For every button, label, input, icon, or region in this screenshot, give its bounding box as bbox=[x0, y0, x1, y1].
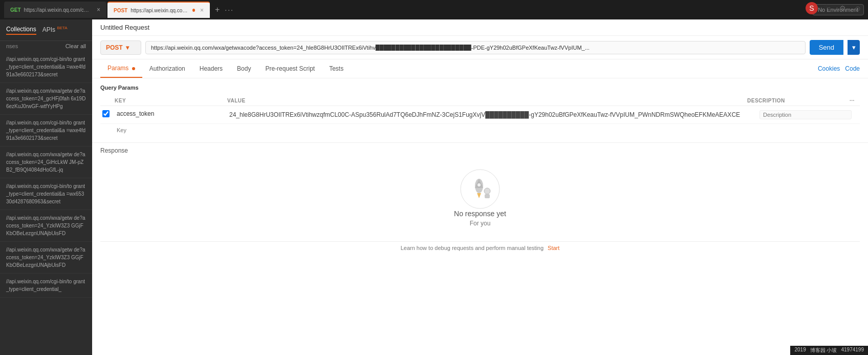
sidebar: Collections APIs BETA nses Clear all //a… bbox=[0, 19, 92, 355]
list-item[interactable]: //api.weixin.qq.com/wxa/getw de?access_t… bbox=[0, 210, 92, 242]
sidebar-item-url: //api.weixin.qq.com/wxa/getw de?access_t… bbox=[6, 88, 85, 109]
url-bar: POST ▾ Send ▾ bbox=[92, 36, 868, 59]
tab-post[interactable]: POST https://api.weixin.qq.com/wxa... × bbox=[107, 2, 210, 18]
query-params-title: Query Params bbox=[100, 85, 860, 91]
new-param-key-input[interactable] bbox=[115, 126, 227, 134]
response-section: Response bbox=[92, 142, 868, 258]
response-empty: No response yet For you bbox=[100, 158, 860, 241]
bottom-number: 41974199 bbox=[841, 347, 864, 354]
tab-pre-request-script[interactable]: Pre-request Script bbox=[258, 60, 322, 77]
sidebar-responses-label: nses bbox=[6, 43, 18, 49]
request-title: Untitled Request bbox=[92, 19, 868, 36]
param-description bbox=[757, 109, 860, 120]
new-row-check bbox=[100, 129, 115, 131]
new-tab-button[interactable]: + bbox=[211, 5, 224, 14]
response-title: Response bbox=[100, 147, 860, 154]
sogou-icon[interactable]: S bbox=[806, 2, 818, 14]
sidebar-list: //api.weixin.qq.com/cgi-bin/to grant_typ… bbox=[0, 51, 92, 355]
tab-tests[interactable]: Tests bbox=[322, 60, 351, 77]
sidebar-tab-apis[interactable]: APIs BETA bbox=[42, 26, 68, 34]
cookies-link[interactable]: Cookies bbox=[818, 65, 840, 72]
param-value[interactable]: 24_hle8G8HrU3OIlTREx6iVtihwzqfmCL00C-ASp… bbox=[227, 109, 757, 120]
list-item[interactable]: //api.weixin.qq.com/cgi-bin/to grant_typ… bbox=[0, 115, 92, 147]
param-key[interactable]: access_token bbox=[115, 109, 227, 118]
send-button[interactable]: Send bbox=[810, 40, 843, 55]
list-item[interactable]: //api.weixin.qq.com/wxa/getw de?access_t… bbox=[0, 147, 92, 178]
tab-actions: Cookies Code bbox=[818, 65, 860, 72]
tab-get-url: https://api.weixin.qq.com/cgi-bi... bbox=[24, 7, 92, 13]
main-content: Untitled Request POST ▾ Send ▾ Params Au… bbox=[92, 19, 868, 355]
param-checkbox-cell bbox=[100, 109, 115, 120]
sidebar-tab-collections[interactable]: Collections bbox=[6, 26, 36, 35]
col-desc-header: DESCRIPTION bbox=[747, 98, 850, 103]
url-input[interactable] bbox=[145, 41, 806, 54]
svg-rect-6 bbox=[485, 194, 490, 198]
code-link[interactable]: Code bbox=[845, 65, 860, 72]
tab-post-close[interactable]: × bbox=[200, 7, 204, 14]
sidebar-item-url: //api.weixin.qq.com/cgi-bin/to grant_typ… bbox=[6, 120, 85, 141]
sidebar-item-url: //api.weixin.qq.com/wxa/getw de?access_t… bbox=[6, 215, 85, 236]
svg-point-3 bbox=[477, 183, 481, 187]
tab-params[interactable]: Params bbox=[100, 59, 142, 78]
tab-get[interactable]: GET https://api.weixin.qq.com/cgi-bi... … bbox=[4, 2, 106, 18]
sidebar-item-url: //api.weixin.qq.com/cgi-bin/to grant_typ… bbox=[6, 279, 85, 292]
main-area: Collections APIs BETA nses Clear all //a… bbox=[0, 19, 868, 355]
sidebar-header: Collections APIs BETA bbox=[0, 19, 92, 41]
params-header-row: KEY VALUE DESCRIPTION ··· bbox=[100, 96, 860, 106]
sidebar-item-url: //api.weixin.qq.com/cgi-bin/to grant_typ… bbox=[6, 56, 85, 77]
param-checkbox[interactable] bbox=[102, 110, 110, 117]
sidebar-actions: nses Clear all bbox=[0, 41, 92, 51]
post-method-label: POST bbox=[114, 8, 127, 13]
col-key-header: KEY bbox=[115, 98, 227, 103]
col-check-header bbox=[100, 98, 115, 103]
start-link[interactable]: Start bbox=[548, 245, 559, 251]
bottom-text: 博客园 小坡 bbox=[810, 347, 837, 354]
col-more-header: ··· bbox=[850, 98, 860, 103]
chevron-down-icon: ▾ bbox=[126, 44, 129, 51]
list-item[interactable]: //api.weixin.qq.com/cgi-bin/to grant_typ… bbox=[0, 178, 92, 210]
list-item[interactable]: //api.weixin.qq.com/wxa/getw de?access_t… bbox=[0, 242, 92, 274]
svg-marker-4 bbox=[477, 193, 481, 198]
method-select[interactable]: POST ▾ bbox=[100, 40, 141, 55]
settings-icon[interactable]: ⚙ bbox=[836, 2, 849, 14]
debug-bar: Learn how to debug requests and perform … bbox=[100, 241, 860, 254]
user-icon[interactable]: ☺ bbox=[852, 2, 864, 14]
col-value-header: VALUE bbox=[227, 98, 747, 103]
params-dot bbox=[132, 67, 135, 70]
clear-all-button[interactable]: Clear all bbox=[66, 43, 86, 49]
params-section: Query Params KEY VALUE DESCRIPTION ··· bbox=[92, 78, 868, 142]
debug-text: Learn how to debug requests and perform … bbox=[401, 245, 544, 251]
tab-authorization[interactable]: Authorization bbox=[142, 60, 192, 77]
list-item[interactable]: //api.weixin.qq.com/wxa/getw de?access_t… bbox=[0, 83, 92, 115]
bottom-year: 2019 bbox=[794, 347, 806, 354]
get-method-label: GET bbox=[10, 7, 21, 13]
sidebar-item-url: //api.weixin.qq.com/cgi-bin/to grant_typ… bbox=[6, 183, 85, 204]
table-row: access_token 24_hle8G8HrU3OIlTREx6iVtihw… bbox=[100, 106, 860, 124]
no-response-text: No response yet bbox=[454, 210, 506, 218]
tab-headers[interactable]: Headers bbox=[192, 60, 230, 77]
request-tabs: Params Authorization Headers Body Pre-re… bbox=[92, 59, 868, 78]
top-right-icons: S 中 ⚙ ☺ bbox=[806, 2, 864, 14]
tab-post-dot bbox=[192, 9, 195, 12]
tabs-bar: GET https://api.weixin.qq.com/cgi-bi... … bbox=[0, 0, 868, 19]
svg-point-5 bbox=[484, 188, 490, 194]
list-item[interactable]: //api.weixin.qq.com/cgi-bin/to grant_typ… bbox=[0, 274, 92, 298]
params-table: KEY VALUE DESCRIPTION ··· access_token 2… bbox=[100, 96, 860, 136]
sidebar-item-url: //api.weixin.qq.com/wxa/getw de?access_t… bbox=[6, 152, 85, 173]
more-tabs-button[interactable]: ··· bbox=[225, 6, 234, 14]
chinese-icon[interactable]: 中 bbox=[821, 2, 833, 14]
for-you-text: For you bbox=[470, 220, 491, 227]
tab-post-url: https://api.weixin.qq.com/wxa... bbox=[131, 8, 189, 13]
app-container: GET https://api.weixin.qq.com/cgi-bi... … bbox=[0, 0, 868, 355]
tab-get-close[interactable]: × bbox=[97, 6, 100, 13]
rocket-illustration bbox=[460, 169, 501, 210]
bottom-bar: 2019 博客园 小坡 41974199 bbox=[790, 346, 868, 355]
sidebar-item-url: //api.weixin.qq.com/wxa/getw de?access_t… bbox=[6, 247, 85, 268]
send-dropdown-button[interactable]: ▾ bbox=[848, 40, 860, 55]
params-new-row bbox=[100, 124, 860, 136]
param-desc-input[interactable] bbox=[760, 110, 852, 119]
list-item[interactable]: //api.weixin.qq.com/cgi-bin/to grant_typ… bbox=[0, 51, 92, 83]
tab-body[interactable]: Body bbox=[230, 60, 258, 77]
